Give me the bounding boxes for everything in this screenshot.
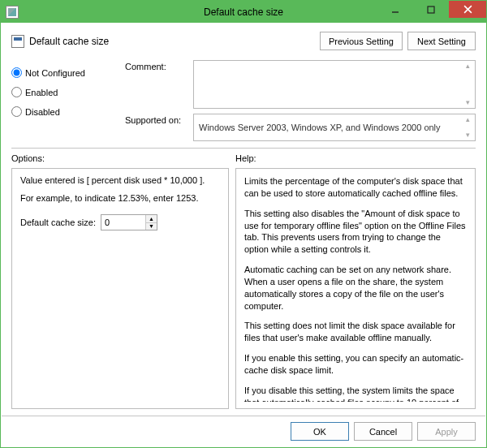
- lower-section: Value entered is [ percent disk used * 1…: [2, 166, 485, 416]
- supported-scrollbar[interactable]: ▴▾: [462, 116, 473, 139]
- cache-size-spinner[interactable]: ▲ ▼: [101, 214, 157, 230]
- cache-size-input[interactable]: [101, 215, 145, 230]
- maximize-button[interactable]: [413, 1, 449, 18]
- spin-up-button[interactable]: ▲: [145, 215, 157, 223]
- help-panel: Limits the percentage of the computer's …: [235, 168, 476, 409]
- spin-down-button[interactable]: ▼: [145, 223, 157, 230]
- help-p4: This setting does not limit the disk spa…: [244, 320, 467, 344]
- page-title: Default cache size: [29, 36, 109, 47]
- cache-size-row: Default cache size: ▲ ▼: [20, 214, 220, 230]
- help-p2: This setting also disables the "Amount o…: [244, 208, 467, 256]
- radio-enabled-input[interactable]: [11, 87, 22, 97]
- radio-disabled-label: Disabled: [25, 107, 60, 117]
- client-area: Default cache size Previous Setting Next…: [2, 24, 485, 446]
- radio-disabled[interactable]: Disabled: [11, 106, 117, 117]
- svg-rect-1: [428, 6, 434, 13]
- next-setting-button[interactable]: Next Setting: [407, 32, 476, 50]
- radio-not-configured-label: Not Configured: [25, 68, 85, 78]
- radio-enabled-label: Enabled: [25, 88, 58, 97]
- spin-buttons: ▲ ▼: [145, 215, 157, 230]
- nav-buttons: Previous Setting Next Setting: [320, 32, 476, 50]
- apply-button[interactable]: Apply: [417, 422, 476, 441]
- previous-setting-button[interactable]: Previous Setting: [320, 32, 403, 50]
- policy-icon: [11, 35, 24, 48]
- comment-field[interactable]: [194, 61, 475, 108]
- upper-section: Not Configured Enabled Disabled Comment:…: [2, 55, 485, 148]
- options-panel: Value entered is [ percent disk used * 1…: [11, 168, 229, 409]
- fields-grid: Comment: ▴▾ Supported on: Windows Server…: [125, 60, 476, 141]
- help-p3: Automatic caching can be set on any netw…: [244, 264, 467, 312]
- radio-disabled-input[interactable]: [11, 106, 22, 117]
- spacer: [20, 185, 220, 193]
- comment-label: Comment:: [125, 60, 188, 109]
- radio-not-configured[interactable]: Not Configured: [11, 67, 117, 78]
- close-button[interactable]: [449, 1, 486, 18]
- minimize-button[interactable]: [377, 1, 413, 18]
- ok-button[interactable]: OK: [291, 422, 349, 441]
- section-labels: Options: Help:: [2, 149, 485, 166]
- titlebar[interactable]: Default cache size: [1, 1, 486, 23]
- options-text-1: Value entered is [ percent disk used * 1…: [20, 175, 220, 185]
- header-row: Default cache size Previous Setting Next…: [2, 24, 485, 55]
- dialog-window: Default cache size Default cache size Pr…: [0, 0, 487, 448]
- help-wrap: Limits the percentage of the computer's …: [235, 168, 476, 409]
- help-scroll-area[interactable]: Limits the percentage of the computer's …: [244, 175, 470, 402]
- close-icon: [463, 5, 472, 14]
- help-p5: If you enable this setting, you can spec…: [244, 352, 467, 377]
- cache-size-label: Default cache size:: [20, 218, 96, 227]
- comment-wrap: ▴▾: [193, 60, 476, 109]
- radio-not-configured-input[interactable]: [11, 67, 22, 78]
- supported-on-value-box: Windows Server 2003, Windows XP, and Win…: [193, 114, 476, 141]
- radio-enabled[interactable]: Enabled: [11, 87, 117, 97]
- options-heading: Options:: [11, 153, 235, 163]
- bottom-bar: OK Cancel Apply: [2, 416, 485, 446]
- cancel-button[interactable]: Cancel: [354, 422, 412, 441]
- supported-on-label: Supported on:: [125, 114, 188, 141]
- window-controls: [377, 1, 486, 23]
- state-radio-group: Not Configured Enabled Disabled: [11, 60, 117, 141]
- help-heading: Help:: [235, 153, 256, 163]
- help-p6: If you disable this setting, the system …: [244, 385, 467, 402]
- options-text-2: For example, to indicate 12.53%, enter 1…: [20, 193, 220, 203]
- help-p1: Limits the percentage of the computer's …: [244, 175, 467, 200]
- app-icon: [6, 6, 19, 19]
- minimize-icon: [391, 6, 399, 14]
- comment-scrollbar[interactable]: ▴▾: [462, 62, 473, 106]
- supported-on-value: Windows Server 2003, Windows XP, and Win…: [199, 123, 441, 132]
- maximize-icon: [427, 6, 435, 14]
